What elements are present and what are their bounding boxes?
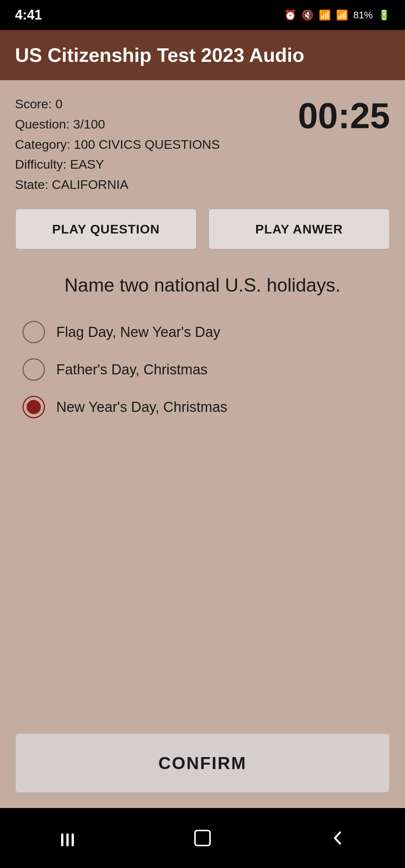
category-label: Category: 100 CIVICS QUESTIONS (15, 136, 220, 154)
radio-option-1[interactable] (22, 321, 45, 343)
status-icons: ⏰ 🔇 📶 📶 81% 🔋 (284, 9, 390, 21)
home-icon (193, 829, 212, 847)
battery-icon: 🔋 (378, 9, 390, 21)
app-header: US Citizenship Test 2023 Audio (0, 30, 405, 80)
confirm-area: CONFIRM (0, 733, 405, 808)
battery-level: 81% (353, 9, 373, 21)
score-info-text: Score: 0 Question: 3/100 Category: 100 C… (15, 95, 220, 193)
state-label: State: CALIFORNIA (15, 176, 220, 194)
option-1-label: Flag Day, New Year's Day (56, 323, 220, 341)
svg-rect-3 (195, 831, 210, 846)
option-3-label: New Year's Day, Christmas (56, 398, 227, 416)
menu-icon (58, 829, 77, 847)
nav-bar (0, 808, 405, 868)
radio-option-3[interactable] (22, 396, 45, 418)
svg-rect-0 (61, 834, 63, 846)
confirm-button[interactable]: CONFIRM (15, 733, 390, 793)
question-label: Question: 3/100 (15, 115, 220, 133)
option-3[interactable]: New Year's Day, Christmas (22, 396, 382, 418)
question-text: Name two national U.S. holidays. (57, 272, 348, 298)
radio-option-2[interactable] (22, 358, 45, 381)
status-time: 4:41 (15, 7, 42, 23)
mute-icon: 🔇 (302, 9, 314, 21)
signal-icon: 📶 (336, 9, 348, 21)
app-title: US Citizenship Test 2023 Audio (15, 43, 390, 67)
svg-rect-2 (72, 834, 74, 846)
option-1[interactable]: Flag Day, New Year's Day (22, 321, 382, 343)
play-buttons-row: PLAY QUESTION PLAY ANWER (15, 208, 390, 250)
score-info-row: Score: 0 Question: 3/100 Category: 100 C… (15, 95, 390, 193)
main-content: Score: 0 Question: 3/100 Category: 100 C… (0, 80, 405, 733)
radio-inner-3 (27, 400, 41, 414)
nav-home-button[interactable] (193, 829, 212, 847)
play-answer-button[interactable]: PLAY ANWER (208, 208, 390, 250)
alarm-icon: ⏰ (284, 9, 296, 21)
play-question-button[interactable]: PLAY QUESTION (15, 208, 197, 250)
score-label: Score: 0 (15, 95, 220, 113)
nav-back-button[interactable] (328, 829, 347, 847)
options-list: Flag Day, New Year's Day Father's Day, C… (15, 321, 390, 418)
difficulty-label: Difficulty: EASY (15, 156, 220, 174)
status-bar: 4:41 ⏰ 🔇 📶 📶 81% 🔋 (0, 0, 405, 30)
svg-rect-1 (66, 834, 69, 846)
back-icon (328, 829, 347, 847)
question-area: Name two national U.S. holidays. Flag Da… (15, 272, 390, 733)
timer-display: 00:25 (298, 95, 390, 136)
nav-menu-button[interactable] (58, 829, 77, 847)
option-2[interactable]: Father's Day, Christmas (22, 358, 382, 381)
wifi-icon: 📶 (319, 9, 331, 21)
option-2-label: Father's Day, Christmas (56, 361, 208, 379)
